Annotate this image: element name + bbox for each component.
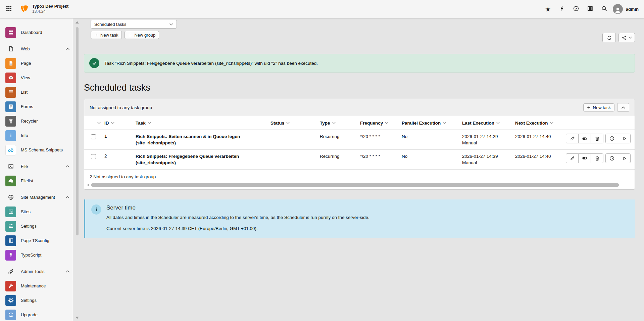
- chevron-down-icon: [629, 37, 632, 39]
- clock-icon: [609, 136, 614, 141]
- image-icon: [5, 161, 16, 172]
- sidebar-item-upgrade[interactable]: Upgrade: [0, 308, 73, 321]
- scroll-left-arrow[interactable]: [87, 184, 89, 186]
- sidebar-item-typoscript[interactable]: TypoScript: [0, 248, 73, 262]
- delete-task-button[interactable]: [591, 153, 603, 163]
- sidebar-section-site-management[interactable]: Site Management: [0, 190, 73, 204]
- row-checkbox[interactable]: [91, 154, 96, 159]
- sidebar-item-ms-schema-snippets[interactable]: MS Schema Snippets: [0, 143, 73, 157]
- info-icon: [91, 204, 101, 215]
- content-vertical-scrollbar[interactable]: [75, 19, 79, 320]
- sidebar-item-list[interactable]: List: [0, 85, 73, 99]
- sort-chevron-icon: [148, 122, 151, 124]
- module-menu: Dashboard Web Page View List Forms Recyc…: [0, 18, 73, 321]
- task-name[interactable]: Rich Snippets: Seiten scannen & in Queue…: [136, 134, 266, 146]
- pencil-icon: [570, 136, 575, 141]
- dashboard-icon: [5, 27, 16, 38]
- edit-task-button[interactable]: [566, 134, 579, 143]
- edit-task-button[interactable]: [566, 153, 579, 163]
- schedule-task-button[interactable]: [605, 153, 618, 163]
- username: admin: [626, 7, 639, 12]
- panel-new-task-button[interactable]: New task: [583, 103, 614, 111]
- sidebar-item-recycler[interactable]: Recycler: [0, 114, 73, 128]
- panel-heading: Not assigned to any task group New task: [84, 99, 635, 116]
- refresh-icon: [607, 35, 612, 40]
- site-brand[interactable]: Typo3 Dev Projekt 13.4.24: [17, 4, 68, 14]
- search-button[interactable]: [597, 2, 611, 16]
- sidebar-item-maintenance[interactable]: Maintenance: [0, 279, 73, 293]
- column-header-frequency[interactable]: Frequency: [360, 121, 402, 126]
- clear-cache-button[interactable]: [555, 2, 569, 16]
- sidebar-section-file[interactable]: File: [0, 159, 73, 174]
- sidebar-item-forms[interactable]: Forms: [0, 99, 73, 114]
- sidebar-item-page-tsconfig[interactable]: Page TSconfig: [0, 233, 73, 248]
- flash-message-text: Task "Rich Snippets: Freigegebene Queue …: [104, 61, 318, 66]
- search-icon: [601, 6, 607, 13]
- horizontal-scrollbar[interactable]: [87, 183, 632, 187]
- module-select[interactable]: Scheduled tasks: [91, 20, 177, 29]
- trash-icon: [595, 156, 600, 161]
- plus-icon: [128, 33, 132, 37]
- column-header-next-execution[interactable]: Next Execution: [515, 121, 561, 126]
- column-header-task[interactable]: Task: [136, 121, 266, 126]
- sidebar-item-view[interactable]: View: [0, 71, 73, 85]
- task-next-execution: 2026-01-27 14:40: [515, 134, 561, 140]
- new-task-button[interactable]: New task: [91, 31, 122, 39]
- bolt-icon: [559, 6, 565, 12]
- systeminfo-button[interactable]: [583, 2, 597, 16]
- info-icon: [5, 130, 16, 141]
- sidebar-item-filelist[interactable]: Filelist: [0, 174, 73, 188]
- callout-body: All dates and times in the Scheduler are…: [106, 214, 369, 221]
- plus-icon: [587, 106, 591, 109]
- row-checkbox[interactable]: [91, 134, 96, 139]
- select-all-dropdown[interactable]: [97, 122, 101, 124]
- sort-chevron-icon: [286, 122, 290, 124]
- sidebar-item-info[interactable]: Info: [0, 128, 73, 143]
- scrollbar-thumb[interactable]: [91, 183, 619, 187]
- run-task-button[interactable]: [618, 134, 631, 143]
- scroll-up-arrow[interactable]: [76, 21, 79, 24]
- trash-icon: [5, 116, 16, 127]
- sidebar-item-site-settings[interactable]: Settings: [0, 219, 73, 233]
- column-header-type[interactable]: Type: [320, 121, 360, 126]
- column-header-status[interactable]: Status: [270, 121, 320, 126]
- user-menu[interactable]: admin: [613, 4, 639, 14]
- column-header-id[interactable]: ID: [104, 121, 136, 126]
- task-name[interactable]: Rich Snippets: Freigegebene Queue verarb…: [136, 153, 266, 166]
- sidebar-section-web[interactable]: Web: [0, 42, 73, 56]
- topbar-toolbar: ★ admin: [541, 2, 644, 16]
- new-group-button[interactable]: New group: [125, 31, 159, 39]
- scaffold: Dashboard Web Page View List Forms Recyc…: [0, 18, 644, 321]
- task-last-execution: 2026-01-27 14:39Manual: [462, 153, 515, 166]
- run-task-button[interactable]: [618, 153, 631, 163]
- scroll-down-arrow[interactable]: [76, 317, 79, 319]
- select-all-checkbox[interactable]: [91, 121, 95, 125]
- toggle-task-button[interactable]: [578, 134, 591, 143]
- rocket-icon: [5, 266, 16, 277]
- schedule-task-button[interactable]: [605, 134, 618, 143]
- panel-collapse-button[interactable]: [617, 103, 629, 112]
- sidebar-section-admin-tools[interactable]: Admin Tools: [0, 264, 73, 279]
- trash-icon: [595, 136, 600, 141]
- site-version: 13.4.24: [32, 9, 68, 14]
- column-header-last-execution[interactable]: Last Execution: [462, 121, 515, 126]
- modules-grid-button[interactable]: [0, 0, 17, 18]
- sidebar-item-dashboard[interactable]: Dashboard: [0, 25, 73, 40]
- toggle-task-button[interactable]: [578, 153, 591, 163]
- task-parallel: No: [402, 134, 462, 140]
- bookmarks-button[interactable]: ★: [541, 2, 555, 16]
- reload-button[interactable]: [602, 33, 616, 42]
- task-last-execution: 2026-01-27 14:29Manual: [462, 134, 515, 146]
- chevron-up-icon: [66, 196, 69, 198]
- layout-icon: [5, 235, 16, 246]
- scrollbar-thumb[interactable]: [76, 27, 79, 235]
- toggle-icon: [582, 155, 587, 161]
- share-dropdown-button[interactable]: [618, 33, 635, 42]
- sidebar-item-page[interactable]: Page: [0, 56, 73, 71]
- column-header-parallel[interactable]: Parallel Execution: [402, 121, 462, 126]
- help-button[interactable]: [569, 2, 583, 16]
- delete-task-button[interactable]: [591, 134, 603, 143]
- task-next-execution: 2026-01-27 14:40: [515, 153, 561, 160]
- sidebar-item-sites[interactable]: Sites: [0, 204, 73, 219]
- sidebar-item-admin-settings[interactable]: Settings: [0, 293, 73, 308]
